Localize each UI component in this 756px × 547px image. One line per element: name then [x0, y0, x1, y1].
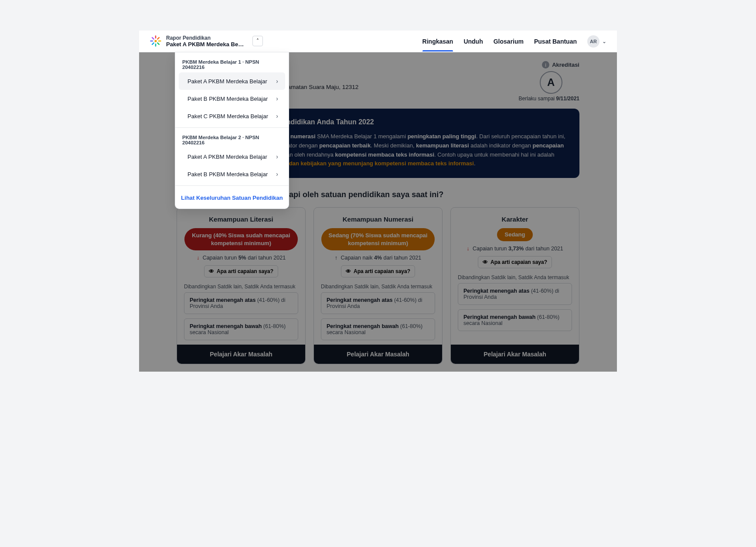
chevron-right-icon: › [276, 113, 278, 120]
svg-point-0 [154, 40, 157, 42]
school-switcher-dropdown: PKBM Merdeka Belajar 1 · NPSN 20402216 P… [175, 52, 289, 209]
chevron-right-icon: › [276, 78, 278, 85]
svg-line-8 [152, 38, 154, 40]
switcher-item-label: Paket B PKBM Merdeka Belajar [187, 171, 268, 178]
chevron-down-icon: ⌄ [602, 38, 606, 44]
brand-text: Rapor Pendidikan Paket A PKBM Merdeka Be… [166, 35, 245, 48]
divider [175, 127, 289, 128]
switcher-item-label: Paket A PKBM Merdeka Belajar [187, 78, 267, 85]
switcher-item-label: Paket A PKBM Merdeka Belajar [187, 154, 267, 160]
app-viewport: Rapor Pendidikan Paket A PKBM Merdeka Be… [139, 31, 617, 372]
view-all-schools-link[interactable]: Lihat Keseluruhan Satuan Pendidikan [181, 195, 283, 201]
switcher-footer: Lihat Keseluruhan Satuan Pendidikan [175, 188, 289, 206]
nav-unduh[interactable]: Unduh [463, 31, 483, 51]
svg-line-4 [157, 43, 159, 45]
switcher-item-g2-a[interactable]: Paket A PKBM Merdeka Belajar › [179, 148, 285, 165]
chevron-right-icon: › [276, 95, 278, 102]
app-logo-icon [150, 35, 162, 47]
brand-subtitle: Paket A PKBM Merdeka Bela... [166, 41, 245, 48]
nav-pusat-bantuan[interactable]: Pusat Bantuan [534, 31, 577, 51]
top-nav: Ringkasan Unduh Glosarium Pusat Bantuan … [422, 31, 606, 51]
switcher-group-label-1: PKBM Merdeka Belajar 1 · NPSN 20402216 [175, 55, 289, 72]
school-switcher-toggle[interactable]: ˄ [252, 36, 263, 46]
brand-block: Rapor Pendidikan Paket A PKBM Merdeka Be… [150, 35, 263, 48]
switcher-item-g1-a[interactable]: Paket A PKBM Merdeka Belajar › [179, 72, 285, 90]
svg-line-2 [157, 38, 159, 40]
avatar: AR [587, 35, 599, 48]
chevron-right-icon: › [276, 153, 278, 160]
user-menu[interactable]: AR ⌄ [587, 35, 606, 48]
switcher-item-g1-c[interactable]: Paket C PKBM Merdeka Belajar › [179, 107, 285, 125]
nav-glosarium[interactable]: Glosarium [494, 31, 524, 51]
nav-ringkasan[interactable]: Ringkasan [422, 31, 453, 51]
svg-line-6 [152, 43, 154, 45]
switcher-item-label: Paket B PKBM Merdeka Belajar [187, 96, 268, 102]
chevron-up-icon: ˄ [256, 38, 259, 44]
switcher-item-g2-b[interactable]: Paket B PKBM Merdeka Belajar › [179, 165, 285, 183]
switcher-item-label: Paket C PKBM Merdeka Belajar [187, 113, 268, 120]
switcher-group-label-2: PKBM Merdeka Belajar 2 · NPSN 20402216 [175, 130, 289, 148]
divider [175, 185, 289, 186]
switcher-item-g1-b[interactable]: Paket B PKBM Merdeka Belajar › [179, 90, 285, 107]
app-header: Rapor Pendidikan Paket A PKBM Merdeka Be… [139, 31, 617, 52]
brand-title: Rapor Pendidikan [166, 35, 245, 41]
chevron-right-icon: › [276, 171, 278, 178]
